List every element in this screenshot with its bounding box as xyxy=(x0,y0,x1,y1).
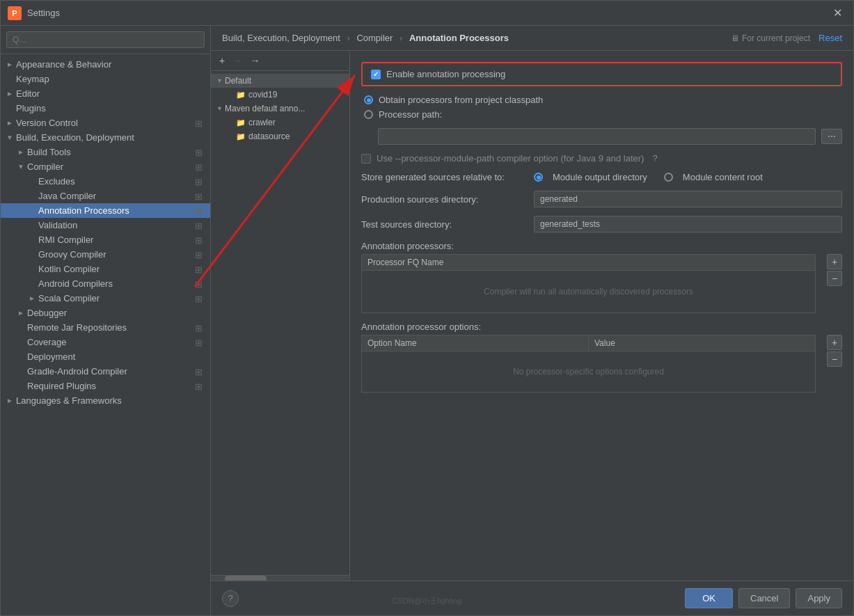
sidebar-item-deployment[interactable]: Deployment xyxy=(1,349,210,364)
sidebar-item-label: Excludes xyxy=(38,176,75,187)
project-icon: 🖥 xyxy=(731,33,739,43)
tree-node-label: Default xyxy=(225,76,251,86)
table-body: Compiler will run all automatically disc… xyxy=(362,271,815,313)
sidebar-item-compiler[interactable]: ▼ Compiler ⊞ xyxy=(1,159,210,174)
sidebar-item-label: Plugins xyxy=(16,103,46,113)
sidebar-item-label: Appearance & Behavior xyxy=(16,59,111,70)
add-processor-button[interactable]: + xyxy=(827,254,842,269)
module-output-radio[interactable] xyxy=(534,173,543,182)
settings-icon: ⊞ xyxy=(195,279,205,289)
sidebar-item-label: Deployment xyxy=(27,352,75,362)
remove-profile-button[interactable]: − xyxy=(232,54,243,68)
breadcrumb-sep-2: › xyxy=(400,33,405,43)
table-actions: + − xyxy=(827,254,842,313)
apply-button[interactable]: Apply xyxy=(796,588,842,608)
sidebar-item-java-compiler[interactable]: Java Compiler ⊞ xyxy=(1,189,210,203)
search-input[interactable] xyxy=(6,31,205,48)
production-sources-input[interactable] xyxy=(534,191,842,207)
sidebar-item-validation[interactable]: Validation ⊞ xyxy=(1,218,210,232)
processor-path-radio[interactable] xyxy=(364,110,373,119)
test-sources-input[interactable] xyxy=(534,216,842,232)
sidebar-item-debugger[interactable]: ► Debugger xyxy=(1,306,210,320)
remove-processor-button[interactable]: − xyxy=(827,271,842,286)
for-current-project: 🖥 For current project xyxy=(731,33,810,43)
sidebar-item-label: Kotlin Compiler xyxy=(38,264,100,274)
add-option-button[interactable]: + xyxy=(827,335,842,350)
tree-node-crawler[interactable]: 📁 crawler xyxy=(211,116,349,129)
sidebar-item-editor[interactable]: ► Editor xyxy=(1,86,210,101)
help-button[interactable]: ? xyxy=(222,590,239,607)
obtain-processors-radio[interactable] xyxy=(364,95,373,104)
sidebar-item-coverage[interactable]: Coverage ⊞ xyxy=(1,335,210,349)
arrow-icon: ► xyxy=(6,397,16,404)
sidebar-item-excludes[interactable]: Excludes ⊞ xyxy=(1,174,210,189)
for-current-project-label: For current project xyxy=(742,33,810,43)
settings-icon: ⊞ xyxy=(195,177,205,187)
tree-toolbar: + − → xyxy=(211,51,349,71)
sidebar-item-keymap[interactable]: Keymap xyxy=(1,72,210,86)
sidebar-item-android-compilers[interactable]: Android Compilers ⊞ xyxy=(1,276,210,291)
sidebar-item-annotation-processors[interactable]: Annotation Processors ⊞ xyxy=(1,203,210,218)
processor-path-input[interactable] xyxy=(378,128,816,145)
settings-icon: ⊞ xyxy=(195,221,205,230)
sidebar-item-languages[interactable]: ► Languages & Frameworks xyxy=(1,393,210,408)
sidebar-item-gradle-android[interactable]: Gradle-Android Compiler ⊞ xyxy=(1,364,210,379)
window-title: Settings xyxy=(27,8,829,18)
sidebar-item-label: Editor xyxy=(16,88,40,99)
sidebar-item-build-tools[interactable]: ► Build Tools ⊞ xyxy=(1,145,210,159)
settings-icon: ⊞ xyxy=(195,162,205,172)
sidebar-item-build[interactable]: ▼ Build, Execution, Deployment xyxy=(1,130,210,145)
options-table-header: Option Name Value xyxy=(361,335,816,351)
settings-icon: ⊞ xyxy=(195,235,205,245)
test-sources-row: Test sources directory: xyxy=(361,216,842,232)
obtain-processors-row[interactable]: Obtain processors from project classpath xyxy=(364,95,842,105)
annotation-processors-section: Annotation processors: Processor FQ Name… xyxy=(361,241,842,313)
close-button[interactable]: ✕ xyxy=(829,5,846,21)
add-profile-button[interactable]: + xyxy=(216,54,228,68)
sidebar-item-scala-compiler[interactable]: ► Scala Compiler ⊞ xyxy=(1,291,210,306)
annotation-processors-table-container: Processor FQ Name Compiler will run all … xyxy=(361,254,842,313)
cancel-button[interactable]: Cancel xyxy=(738,588,790,608)
sidebar-item-remote-jar[interactable]: Remote Jar Repositories ⊞ xyxy=(1,320,210,335)
arrow-icon: ▼ xyxy=(6,134,16,141)
breadcrumb-part-1: Build, Execution, Deployment xyxy=(222,33,340,43)
search-box xyxy=(1,26,210,54)
remove-option-button[interactable]: − xyxy=(827,352,842,367)
arrow-icon: ► xyxy=(29,294,38,302)
processor-module-path-checkbox[interactable] xyxy=(361,154,371,164)
sidebar-item-kotlin-compiler[interactable]: Kotlin Compiler ⊞ xyxy=(1,262,210,276)
settings-icon: ⊞ xyxy=(195,323,205,333)
test-sources-label: Test sources directory: xyxy=(361,219,528,230)
tree-node-default[interactable]: ▼ Default xyxy=(211,74,349,88)
store-sources-label: Store generated sources relative to: xyxy=(361,172,528,182)
tree-node-maven-default[interactable]: ▼ Maven default anno... xyxy=(211,102,349,116)
module-content-radio[interactable] xyxy=(664,173,673,182)
sidebar-item-label: Build, Execution, Deployment xyxy=(16,132,134,143)
tree-node-datasource[interactable]: 📁 datasource xyxy=(211,129,349,143)
tree-node-covid19[interactable]: 📁 covid19 xyxy=(211,88,349,102)
folder-icon: 📁 xyxy=(236,90,246,100)
ok-button[interactable]: OK xyxy=(685,588,733,608)
reset-button[interactable]: Reset xyxy=(819,33,842,43)
annotation-processors-table: Processor FQ Name Compiler will run all … xyxy=(361,254,816,313)
browse-button[interactable]: ⋯ xyxy=(821,129,842,144)
sidebar-item-groovy-compiler[interactable]: Groovy Compiler ⊞ xyxy=(1,247,210,262)
breadcrumb: Build, Execution, Deployment › Compiler … xyxy=(222,33,509,43)
sidebar-item-rmi-compiler[interactable]: RMI Compiler ⊞ xyxy=(1,232,210,247)
sidebar-item-appearance[interactable]: ► Appearance & Behavior xyxy=(1,57,210,72)
tree-node-label: datasource xyxy=(248,132,290,141)
sidebar-item-version-control[interactable]: ► Version Control ⊞ xyxy=(1,116,210,130)
enable-annotation-checkbox[interactable] xyxy=(371,70,381,79)
navigate-button[interactable]: → xyxy=(247,54,262,68)
tree-scrollbar[interactable] xyxy=(211,575,349,581)
sidebar-item-label: Debugger xyxy=(27,308,67,318)
processor-module-path-label: Use --processor-module-path compiler opt… xyxy=(377,153,644,164)
folder-icon: 📁 xyxy=(236,118,246,127)
obtain-processors-label: Obtain processors from project classpath xyxy=(379,95,543,105)
breadcrumb-part-3: Annotation Processors xyxy=(409,33,509,43)
sidebar-tree: ► Appearance & Behavior Keymap ► Editor … xyxy=(1,54,210,615)
sidebar-item-plugins[interactable]: Plugins xyxy=(1,101,210,116)
enable-annotation-label: Enable annotation processing xyxy=(386,69,505,79)
sidebar-item-label: Validation xyxy=(38,220,77,230)
sidebar-item-required-plugins[interactable]: Required Plugins ⊞ xyxy=(1,379,210,393)
